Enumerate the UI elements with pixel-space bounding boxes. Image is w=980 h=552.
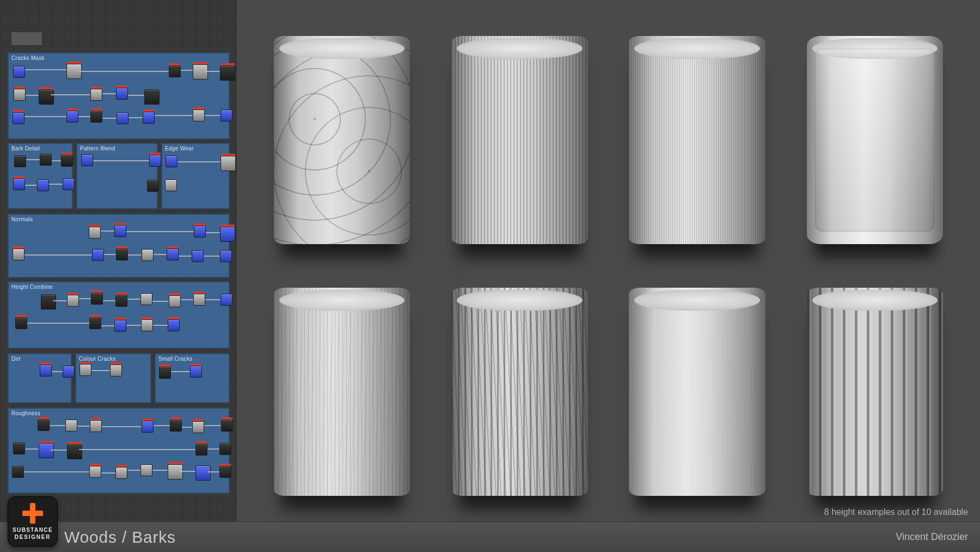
graph-node[interactable] (115, 295, 127, 307)
graph-node[interactable] (143, 112, 155, 124)
graph-node[interactable] (195, 465, 211, 481)
graph-node[interactable] (14, 155, 26, 167)
graph-frame-f9[interactable]: Small Cracks (155, 353, 230, 403)
graph-node[interactable] (159, 367, 171, 379)
graph-node[interactable] (170, 420, 182, 432)
badge-line-2: DESIGNER (15, 534, 51, 540)
graph-wire (101, 472, 115, 474)
graph-node[interactable] (220, 294, 232, 306)
graph-node[interactable] (37, 179, 49, 191)
graph-node[interactable] (13, 178, 25, 190)
graph-node[interactable] (117, 112, 128, 124)
graph-node[interactable] (192, 421, 204, 433)
graph-node[interactable] (116, 248, 128, 260)
graph-node[interactable] (193, 294, 205, 306)
graph-node[interactable] (61, 155, 73, 167)
graph-node[interactable] (41, 294, 56, 310)
graph-frame-f6[interactable]: Height Combine (8, 281, 230, 349)
graph-node[interactable] (169, 65, 181, 77)
graph-node[interactable] (192, 250, 204, 262)
graph-node[interactable] (116, 88, 128, 100)
graph-frame-label: Edge Wear (165, 145, 194, 151)
graph-node[interactable] (140, 464, 152, 476)
graph-node[interactable] (40, 154, 52, 166)
graph-node[interactable] (92, 249, 104, 261)
graph-node[interactable] (40, 365, 52, 377)
graph-node[interactable] (193, 110, 205, 122)
graph-node[interactable] (166, 155, 177, 167)
graph-node[interactable] (38, 419, 50, 431)
graph-node[interactable] (14, 89, 26, 101)
graph-node[interactable] (147, 180, 159, 192)
graph-node[interactable] (89, 466, 101, 478)
graph-frame-f3[interactable]: Pattern Blend (76, 143, 158, 209)
graph-node[interactable] (169, 295, 181, 307)
graph-node[interactable] (190, 366, 202, 378)
graph-frame-f10[interactable]: Roughness (8, 408, 230, 494)
graph-node[interactable] (194, 226, 206, 238)
graph-toolbar-button[interactable] (11, 32, 42, 46)
graph-node[interactable] (63, 366, 75, 378)
graph-node[interactable] (219, 466, 231, 478)
graph-node[interactable] (220, 250, 232, 262)
graph-frame-f4[interactable]: Edge Wear (161, 143, 230, 209)
graph-node[interactable] (168, 319, 180, 331)
graph-node[interactable] (79, 364, 91, 376)
graph-frame-f2[interactable]: Bark Detail (8, 143, 73, 209)
graph-frame-f7[interactable]: Dirt (8, 353, 72, 403)
graph-node[interactable] (67, 295, 79, 307)
graph-node[interactable] (81, 154, 93, 166)
graph-node[interactable] (141, 319, 153, 331)
graph-node[interactable] (91, 293, 103, 305)
graph-node[interactable] (89, 227, 101, 239)
graph-node[interactable] (165, 179, 177, 191)
graph-wire (78, 71, 169, 72)
graph-node[interactable] (114, 225, 126, 237)
graph-node[interactable] (142, 249, 154, 261)
graph-node[interactable] (219, 443, 231, 455)
plus-icon (22, 503, 43, 524)
graph-node[interactable] (142, 421, 154, 433)
graph-node[interactable] (144, 89, 160, 105)
graph-node[interactable] (220, 65, 235, 81)
graph-node[interactable] (195, 444, 207, 456)
graph-frame-label: Dirt (11, 356, 21, 362)
material-preview-cracked-bark (261, 22, 423, 258)
graph-node[interactable] (89, 317, 101, 329)
graph-wire (103, 300, 115, 301)
author-credit: Vincent Dérozier (896, 531, 968, 543)
graph-node[interactable] (13, 112, 24, 124)
graph-frame-f5[interactable]: Normals (8, 214, 230, 278)
graph-node[interactable] (220, 110, 232, 122)
graph-node[interactable] (149, 155, 161, 167)
graph-node[interactable] (221, 420, 233, 432)
graph-node[interactable] (63, 178, 75, 190)
graph-node[interactable] (90, 420, 102, 432)
graph-frame-f8[interactable]: Colour Cracks (75, 353, 151, 403)
graph-node[interactable] (13, 248, 24, 260)
graph-node[interactable] (12, 466, 24, 478)
node-graph-panel[interactable]: Cracks MaskBark DetailPattern BlendEdge … (0, 0, 237, 552)
graph-node[interactable] (67, 444, 82, 459)
graph-node[interactable] (168, 464, 183, 480)
graph-node[interactable] (13, 66, 25, 78)
graph-node[interactable] (13, 442, 25, 454)
graph-node[interactable] (39, 443, 54, 458)
graph-node[interactable] (90, 111, 102, 123)
graph-node[interactable] (66, 111, 78, 123)
graph-wire (179, 256, 192, 257)
graph-node[interactable] (140, 293, 152, 305)
graph-node[interactable] (110, 365, 122, 377)
graph-node[interactable] (90, 89, 102, 101)
graph-node[interactable] (167, 248, 179, 260)
graph-node[interactable] (114, 320, 126, 332)
graph-node[interactable] (220, 227, 235, 242)
graph-frame-f1[interactable]: Cracks Mask (8, 52, 230, 139)
footer-bar: Woods / Barks Vincent Dérozier (0, 521, 980, 552)
graph-node[interactable] (15, 317, 27, 329)
graph-node[interactable] (39, 89, 54, 105)
graph-wire (126, 231, 194, 232)
graph-node[interactable] (115, 467, 127, 479)
graph-node[interactable] (65, 420, 77, 432)
graph-node[interactable] (220, 156, 236, 171)
